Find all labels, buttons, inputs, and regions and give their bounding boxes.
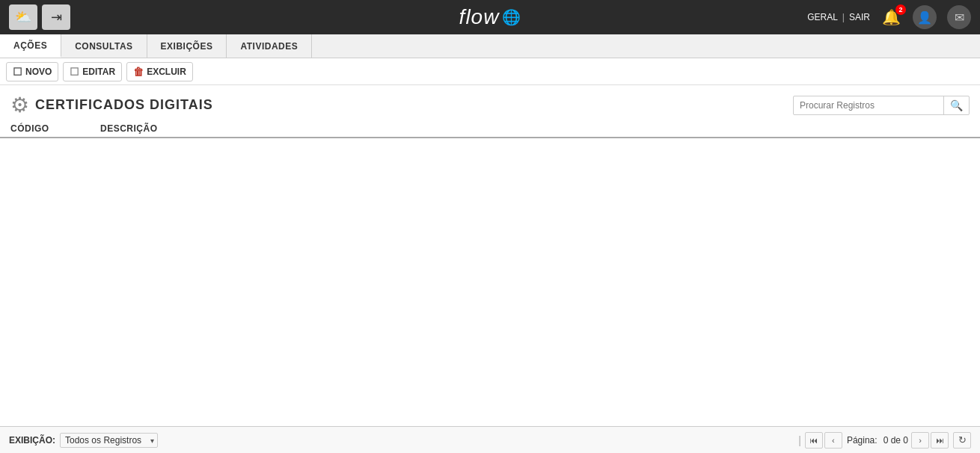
prev-page-button[interactable]: ‹: [824, 432, 842, 449]
cloud-icon: ⛅: [15, 9, 31, 25]
search-area: 🔍: [793, 96, 970, 115]
first-page-button[interactable]: ⏮: [805, 432, 823, 449]
footer-left: EXIBIÇÃO: Todos os Registros: [9, 433, 158, 448]
tab-atividades[interactable]: ATIVIDADES: [227, 34, 312, 58]
table-header: CÓDIGO DESCRIÇÃO: [0, 120, 980, 138]
tab-acoes[interactable]: AÇÕES: [0, 34, 61, 58]
search-icon: 🔍: [950, 99, 963, 111]
last-page-icon: ⏭: [936, 436, 944, 445]
col-descricao-header: DESCRIÇÃO: [100, 123, 970, 134]
last-page-button[interactable]: ⏭: [931, 432, 949, 449]
refresh-button[interactable]: ↻: [953, 432, 971, 449]
editar-icon: ☐: [70, 66, 79, 78]
page-label: Página:: [847, 435, 878, 446]
header: ⛅ ⇥ flow 🌐 GERAL | SAIR 🔔 2 👤 ✉: [0, 0, 980, 34]
tab-consultas[interactable]: CONSULTAS: [61, 34, 147, 58]
exit-icon-button[interactable]: ⇥: [42, 4, 70, 30]
next-page-button[interactable]: ›: [911, 432, 929, 449]
excluir-label: EXCLUIR: [147, 67, 186, 77]
exit-icon: ⇥: [51, 9, 62, 25]
editar-label: EDITAR: [82, 67, 115, 77]
user-icon: 👤: [917, 10, 932, 25]
nav-pipe-sep: |: [798, 434, 801, 446]
footer: EXIBIÇÃO: Todos os Registros | ⏮ ‹ Págin…: [0, 426, 980, 453]
exhibition-wrapper: Todos os Registros: [60, 433, 158, 448]
exhibition-select[interactable]: Todos os Registros: [60, 433, 158, 448]
mail-button[interactable]: ✉: [947, 5, 971, 29]
logo-text: flow: [459, 5, 500, 29]
header-right: GERAL | SAIR 🔔 2 👤 ✉: [807, 5, 971, 29]
mail-icon: ✉: [955, 10, 964, 25]
page-title: CERTIFICADOS DIGITAIS: [35, 97, 213, 113]
header-left: ⛅ ⇥: [9, 4, 70, 30]
settings-gear-icon: ⚙: [10, 93, 29, 117]
footer-right: | ⏮ ‹ Página: 0 de 0 › ⏭ ↻: [796, 432, 971, 449]
page-number: 0 de 0: [883, 435, 908, 446]
page-header: ⚙ CERTIFICADOS DIGITAIS 🔍: [0, 85, 980, 120]
search-button[interactable]: 🔍: [943, 96, 969, 114]
logo-area: flow 🌐: [459, 5, 521, 29]
cloud-icon-button[interactable]: ⛅: [9, 4, 37, 30]
excluir-icon: 🗑: [133, 66, 144, 78]
notification-badge: 2: [895, 4, 906, 15]
novo-label: NOVO: [25, 67, 52, 77]
sair-link[interactable]: SAIR: [849, 12, 870, 22]
toolbar: ☐ NOVO ☐ EDITAR 🗑 EXCLUIR: [0, 58, 980, 85]
nav-separator: |: [842, 12, 845, 22]
header-nav-links: GERAL | SAIR: [807, 12, 870, 22]
novo-button[interactable]: ☐ NOVO: [6, 62, 58, 81]
editar-button[interactable]: ☐ EDITAR: [63, 62, 122, 81]
excluir-button[interactable]: 🗑 EXCLUIR: [126, 62, 193, 81]
geral-link[interactable]: GERAL: [807, 12, 838, 22]
prev-page-icon: ‹: [832, 436, 835, 445]
exibicao-label: EXIBIÇÃO:: [9, 435, 55, 446]
notifications-button[interactable]: 🔔 2: [881, 7, 902, 28]
refresh-icon: ↻: [958, 434, 967, 446]
main-content: ⚙ CERTIFICADOS DIGITAIS 🔍 CÓDIGO DESCRIÇ…: [0, 85, 980, 426]
next-page-icon: ›: [919, 436, 922, 445]
first-page-icon: ⏮: [809, 436, 818, 445]
logo-cloud-icon: 🌐: [502, 8, 521, 26]
search-input[interactable]: [794, 97, 943, 114]
user-profile-button[interactable]: 👤: [913, 5, 937, 29]
table-body: [0, 138, 980, 426]
novo-checkbox-icon: ☐: [13, 66, 22, 78]
tab-exibicoes[interactable]: EXIBIÇÕES: [147, 34, 227, 58]
page-title-area: ⚙ CERTIFICADOS DIGITAIS: [10, 93, 213, 117]
col-codigo-header: CÓDIGO: [10, 123, 100, 134]
tab-bar: AÇÕES CONSULTAS EXIBIÇÕES ATIVIDADES: [0, 34, 980, 58]
